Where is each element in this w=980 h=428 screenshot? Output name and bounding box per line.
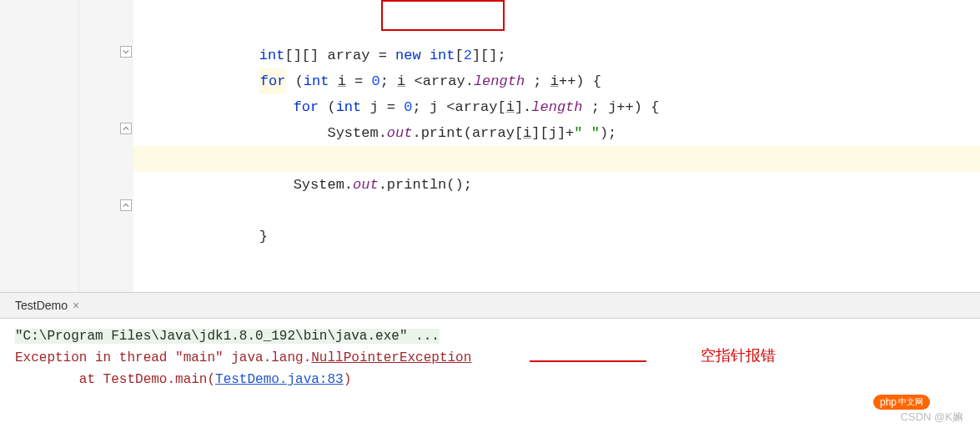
code-line: System.out.print(array[i][j]+" "); [133,94,980,120]
run-tab[interactable]: TestDemo × [15,299,79,312]
code-line [133,172,980,198]
annotation-text: 空指针报错 [701,345,776,365]
close-icon[interactable]: × [73,299,79,312]
stacktrace-link[interactable]: TestDemo.java:83 [215,372,344,387]
fold-marker-icon[interactable] [120,199,132,211]
console-output[interactable]: "C:\Program Files\Java\jdk1.8.0_192\bin\… [0,319,980,397]
watermark: CSDN @K嫲 [901,410,963,425]
code-line: int[][] array = new int[2][]; [133,17,980,43]
code-line-highlighted: System.out.println(); [133,146,980,172]
console-command: "C:\Program Files\Java\jdk1.8.0_192\bin\… [15,325,965,347]
code-line: for (int i = 0; i <array.length ; i++) { [133,43,980,68]
code-line: } [133,198,980,224]
console-stacktrace: at TestDemo.main(TestDemo.java:83) [15,369,965,390]
code-content[interactable]: int[][] array = new int[2][]; for (int i… [133,0,980,292]
php-badge: php 中文网 [873,395,930,410]
line-gutter-outer [0,0,79,292]
fold-marker-icon[interactable] [120,46,132,58]
code-line: for (int j = 0; j <array[i].length ; j++… [133,68,980,94]
run-tab-bar: TestDemo × [0,292,980,319]
code-line: } [133,120,980,146]
line-gutter-fold [79,0,133,292]
annotation-underline [530,360,646,362]
fold-marker-icon[interactable] [120,123,132,134]
console-exception: Exception in thread "main" java.lang.Nul… [15,347,965,369]
code-editor: int[][] array = new int[2][]; for (int i… [0,0,980,292]
tab-label: TestDemo [15,299,68,312]
